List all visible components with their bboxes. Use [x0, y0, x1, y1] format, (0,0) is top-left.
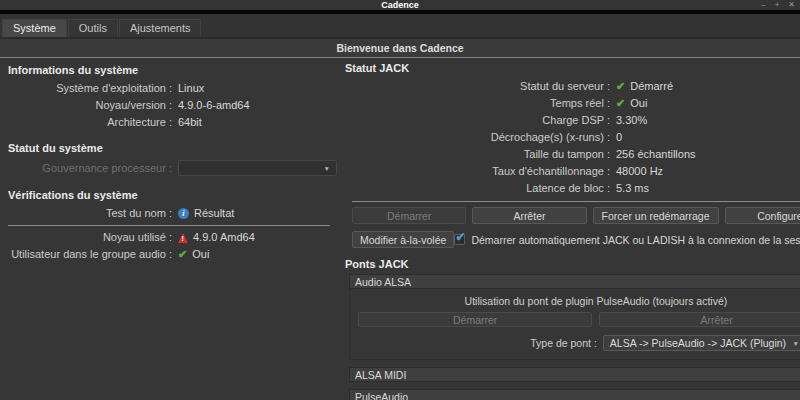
buffer-size-label: Taille du tampon : — [345, 148, 610, 161]
pulseaudio-plugin-notice: Utilisation du pont de plugin PulseAudio… — [358, 295, 800, 308]
realtime-value-row: ✔ Oui — [616, 97, 800, 110]
kernel-used-label: Noyau utilisé : — [8, 231, 172, 244]
governor-label: Gouvernance processeur : — [8, 162, 172, 175]
block-latency-value: 5.3 ms — [616, 182, 800, 195]
chevron-down-icon: ▼ — [792, 340, 798, 347]
dsp-load-label: Charge DSP : — [345, 114, 610, 127]
system-status-title: Statut du système — [8, 142, 332, 154]
system-checks-title: Vérifications du système — [8, 189, 332, 201]
alsa-audio-header[interactable]: Audio ALSA — [349, 274, 800, 289]
alsa-audio-body: Utilisation du pont de plugin PulseAudio… — [349, 289, 800, 360]
check-icon: ✔ — [616, 81, 625, 92]
jack-panel: Statut JACK Statut du serveur : ✔ Démarr… — [336, 58, 800, 399]
audio-group-label: Utilisateur dans le groupe audio : — [8, 248, 172, 261]
tab-ajustements[interactable]: Ajustements — [119, 19, 202, 37]
jack-controls-divider — [352, 201, 800, 202]
close-button[interactable]: ✕ — [788, 0, 795, 10]
title-bar: Cadence – + ✕ — [0, 0, 800, 10]
switch-master-button[interactable]: Modifier à-la-volée — [352, 231, 454, 248]
system-info-title: Informations du système — [8, 64, 332, 76]
kernel-version-label: Noyau/version : — [8, 99, 172, 112]
block-latency-label: Latence de bloc : — [345, 182, 610, 195]
name-test-label: Test du nom : — [8, 207, 172, 220]
architecture-value: 64bit — [178, 116, 332, 129]
jack-status-title: Statut JACK — [345, 62, 800, 74]
alsa-midi-header[interactable]: ALSA MIDI — [349, 367, 800, 382]
server-status-label: Statut du serveur : — [345, 80, 610, 93]
bridge-stop-button[interactable]: Arrêter — [599, 312, 800, 327]
system-panel: Informations du système Système d'exploi… — [0, 58, 336, 399]
bridge-type-select[interactable]: ALSA -> PulseAudio -> JACK (Plugin) ▼ — [603, 335, 800, 351]
bridge-type-label: Type de pont : — [530, 337, 597, 349]
bridge-start-button[interactable]: Démarrer — [358, 312, 592, 327]
architecture-label: Architecture : — [8, 116, 172, 129]
autostart-checkbox[interactable]: ✔ — [454, 234, 465, 245]
info-icon: i — [178, 208, 189, 219]
server-status-value-row: ✔ Démarré — [616, 80, 800, 93]
checks-divider — [8, 225, 330, 226]
maximize-button[interactable]: + — [775, 0, 780, 10]
realtime-label: Temps réel : — [345, 97, 610, 110]
governor-select[interactable]: ▼ — [178, 160, 337, 176]
jack-force-restart-button[interactable]: Forcer un redémarrage — [593, 207, 719, 224]
check-icon: ✔ — [616, 98, 625, 109]
kernel-version-value: 4.9.0-6-amd64 — [178, 99, 332, 112]
name-test-value-row: i Résultat — [178, 207, 332, 220]
tab-bar: Système Outils Ajustements — [0, 14, 800, 38]
os-value: Linux — [178, 82, 332, 95]
buffer-size-value: 256 échantillons — [616, 148, 800, 161]
autostart-label[interactable]: Démarrer automatiquement JACK ou LADISH … — [471, 234, 800, 246]
tab-systeme[interactable]: Système — [2, 19, 67, 37]
welcome-banner: Bienvenue dans Cadence — [0, 38, 800, 58]
dsp-load-value: 3.30% — [616, 114, 800, 127]
check-icon: ✔ — [455, 231, 465, 243]
window-title: Cadence — [381, 0, 419, 10]
jack-bridges-title: Ponts JACK — [345, 258, 800, 270]
check-icon: ✔ — [178, 249, 187, 260]
bridges-toolbox: Audio ALSA Utilisation du pont de plugin… — [349, 274, 800, 400]
minimize-button[interactable]: – — [761, 0, 765, 10]
jack-configure-button[interactable]: Configurer — [725, 207, 800, 224]
xruns-label: Décrochage(s) (x-runs) : — [345, 131, 610, 144]
kernel-used-value-row: ! 4.9.0 Amd64 — [178, 231, 332, 244]
xruns-value: 0 — [616, 131, 800, 144]
sample-rate-value: 48000 Hz — [616, 165, 800, 178]
tab-outils[interactable]: Outils — [68, 19, 118, 37]
jack-start-button[interactable]: Démarrer — [352, 207, 466, 224]
chevron-down-icon: ▼ — [324, 162, 330, 175]
sample-rate-label: Taux d'échantillonnage : — [345, 165, 610, 178]
warning-icon: ! — [178, 233, 188, 243]
audio-group-value-row: ✔ Oui — [178, 248, 332, 261]
jack-stop-button[interactable]: Arrêter — [472, 207, 586, 224]
os-label: Système d'exploitation : — [8, 82, 172, 95]
pulseaudio-header[interactable]: PulseAudio — [349, 389, 800, 400]
